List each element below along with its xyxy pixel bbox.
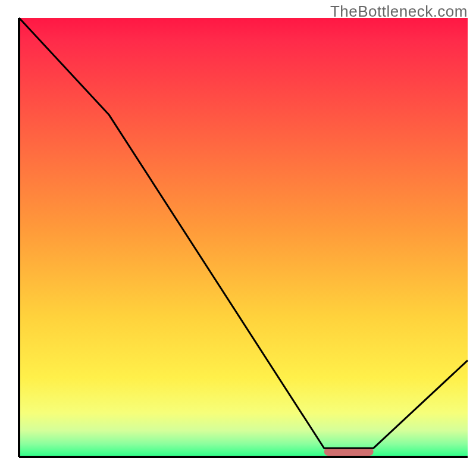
watermark-text: TheBottleneck.com bbox=[330, 2, 468, 21]
bottleneck-chart: TheBottleneck.com bbox=[0, 0, 476, 476]
plot-background bbox=[19, 18, 468, 457]
plot-area bbox=[19, 18, 468, 457]
chart-svg bbox=[0, 0, 476, 476]
